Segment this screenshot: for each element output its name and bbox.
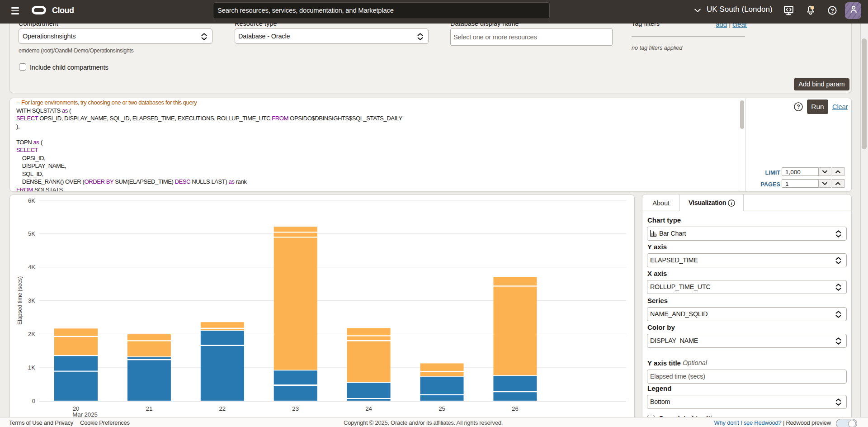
svg-text:22: 22 <box>219 405 226 412</box>
svg-text:2K: 2K <box>28 331 35 337</box>
svg-text:6K: 6K <box>28 197 35 204</box>
svg-text:0: 0 <box>32 398 35 404</box>
svg-text:3K: 3K <box>28 297 35 304</box>
svg-text:23: 23 <box>292 405 299 412</box>
svg-text:25: 25 <box>439 405 445 412</box>
svg-text:?: ? <box>797 104 800 110</box>
svg-text:24: 24 <box>365 405 372 412</box>
svg-text:21: 21 <box>146 405 153 412</box>
svg-text:?: ? <box>830 8 834 14</box>
svg-text:4K: 4K <box>28 264 35 270</box>
svg-text:26: 26 <box>512 405 519 412</box>
svg-text:5K: 5K <box>28 230 35 237</box>
svg-text:i: i <box>731 201 732 206</box>
svg-text:Elapsed time (secs): Elapsed time (secs) <box>17 276 23 325</box>
svg-text:1K: 1K <box>28 364 35 371</box>
